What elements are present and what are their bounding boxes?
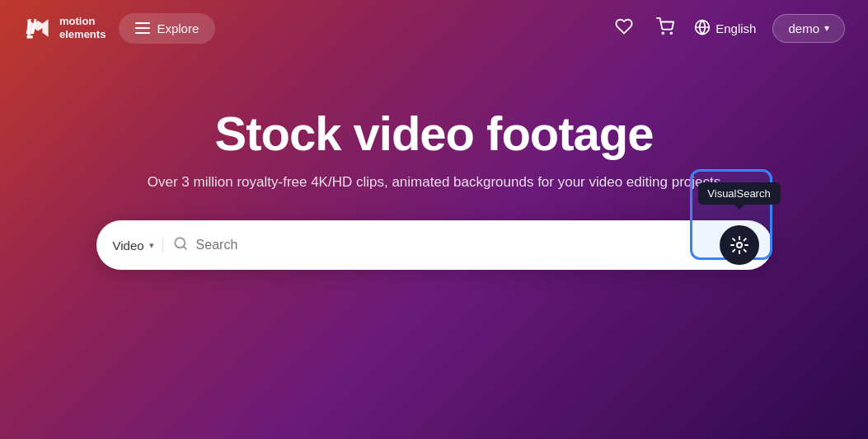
explore-label: Explore xyxy=(157,21,199,35)
nav-right: English demo ▾ xyxy=(612,14,845,43)
demo-label: demo xyxy=(788,21,819,35)
cart-icon xyxy=(656,17,674,40)
visual-search-area: VisualSearch xyxy=(720,225,759,265)
search-container: Video ▾ VisualSearch xyxy=(96,220,772,270)
cart-button[interactable] xyxy=(653,14,678,43)
svg-text://: // xyxy=(26,17,37,38)
svg-point-2 xyxy=(663,32,664,34)
language-button[interactable]: English xyxy=(694,19,756,38)
svg-point-3 xyxy=(671,32,673,34)
logo[interactable]: // motion elements xyxy=(23,13,106,43)
language-label: English xyxy=(716,21,756,35)
search-icon xyxy=(173,236,188,255)
navbar: // motion elements Explore xyxy=(0,0,868,56)
logo-text: motion elements xyxy=(59,15,106,40)
background: // motion elements Explore xyxy=(0,0,868,439)
search-input[interactable] xyxy=(196,238,720,253)
search-bar: Video ▾ VisualSearch xyxy=(96,220,772,270)
search-category-dropdown[interactable]: Video ▾ xyxy=(110,238,163,253)
hero-title: Stock video footage xyxy=(214,106,653,161)
svg-point-8 xyxy=(737,243,742,248)
logo-icon: // xyxy=(23,13,53,43)
svg-line-7 xyxy=(183,246,185,248)
category-chevron-icon: ▾ xyxy=(149,240,154,251)
search-category-label: Video xyxy=(113,238,144,253)
chevron-down-icon: ▾ xyxy=(824,22,829,34)
demo-button[interactable]: demo ▾ xyxy=(772,14,845,43)
globe-icon xyxy=(694,19,711,38)
visual-search-tooltip: VisualSearch xyxy=(697,182,780,205)
visual-search-button[interactable] xyxy=(720,225,759,265)
visual-search-icon xyxy=(730,235,749,255)
nav-left: // motion elements Explore xyxy=(23,13,215,44)
hero-section: Stock video footage Over 3 million royal… xyxy=(0,56,868,270)
hero-subtitle: Over 3 million royalty-free 4K/HD clips,… xyxy=(148,174,720,191)
heart-icon xyxy=(615,17,633,40)
hamburger-icon xyxy=(135,22,150,34)
wishlist-button[interactable] xyxy=(612,14,636,43)
explore-button[interactable]: Explore xyxy=(119,13,215,44)
